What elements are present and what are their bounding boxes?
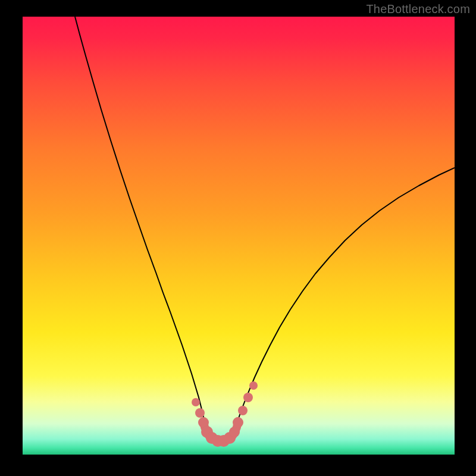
data-marker (229, 427, 240, 437)
data-marker (243, 393, 253, 402)
data-marker (249, 381, 258, 390)
chart-plot-area (23, 17, 455, 455)
data-marker (233, 417, 243, 428)
bottleneck-chart (23, 17, 455, 455)
chart-background (23, 17, 455, 455)
data-marker (238, 406, 248, 415)
watermark-text: TheBottleneck.com (366, 2, 470, 16)
chart-container: TheBottleneck.com (0, 0, 476, 476)
data-marker (195, 408, 205, 418)
data-marker (192, 398, 200, 406)
